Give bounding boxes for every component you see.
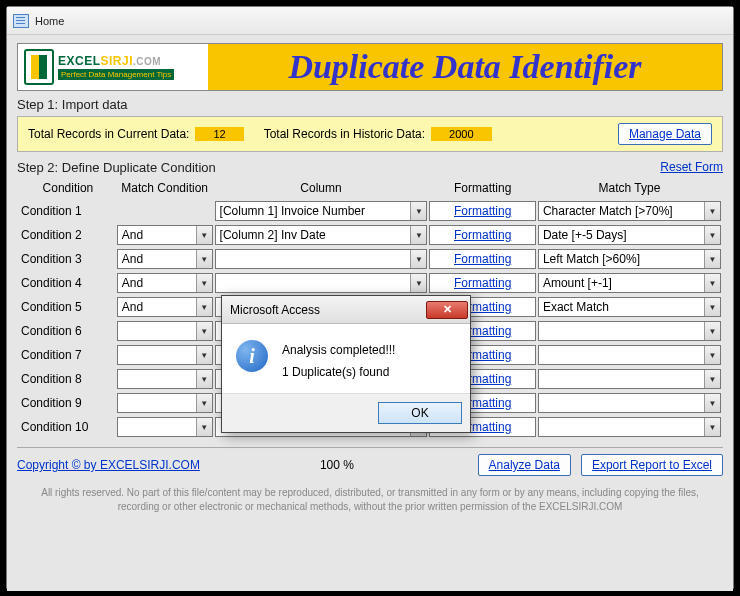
chevron-down-icon: ▼ (196, 418, 212, 436)
dialog-message: Analysis completed!!! 1 Duplicate(s) fou… (282, 340, 395, 383)
formatting-button[interactable]: Formatting (429, 201, 535, 221)
match-condition-dropdown[interactable]: And▼ (117, 225, 213, 245)
match-type-dropdown[interactable]: ▼ (538, 321, 721, 341)
message-dialog: Microsoft Access ✕ i Analysis completed!… (221, 295, 471, 433)
chevron-down-icon: ▼ (196, 226, 212, 244)
manage-data-button[interactable]: Manage Data (618, 123, 712, 145)
condition-name: Condition 1 (19, 201, 115, 221)
condition-name: Condition 7 (19, 345, 115, 365)
match-condition-dropdown[interactable]: And▼ (117, 297, 213, 317)
logo-text-sub: Perfect Data Management Tips (58, 69, 174, 80)
chevron-down-icon: ▼ (196, 274, 212, 292)
window-titlebar: Home (7, 7, 733, 35)
chevron-down-icon: ▼ (704, 346, 720, 364)
chevron-down-icon: ▼ (704, 298, 720, 316)
reset-form-link[interactable]: Reset Form (660, 160, 723, 175)
condition-name: Condition 5 (19, 297, 115, 317)
condition-name: Condition 6 (19, 321, 115, 341)
formatting-button[interactable]: Formatting (429, 273, 535, 293)
condition-name: Condition 9 (19, 393, 115, 413)
chevron-down-icon: ▼ (704, 202, 720, 220)
condition-name: Condition 3 (19, 249, 115, 269)
match-condition-dropdown[interactable]: And▼ (117, 273, 213, 293)
export-report-button[interactable]: Export Report to Excel (581, 454, 723, 476)
step1-label: Step 1: Import data (17, 97, 723, 112)
chevron-down-icon: ▼ (704, 274, 720, 292)
table-row: Condition 1[Column 1] Invoice Number▼For… (19, 201, 721, 221)
chevron-down-icon: ▼ (704, 370, 720, 388)
match-condition-dropdown[interactable]: ▼ (117, 393, 213, 413)
historic-records-value: 2000 (431, 127, 491, 141)
banner-title: Duplicate Data Identifier (208, 48, 722, 86)
chevron-down-icon: ▼ (704, 226, 720, 244)
dialog-titlebar: Microsoft Access ✕ (222, 296, 470, 324)
formatting-button[interactable]: Formatting (429, 225, 535, 245)
progress-label: 100 % (320, 458, 354, 472)
match-condition-dropdown[interactable]: And▼ (117, 249, 213, 269)
chevron-down-icon: ▼ (196, 394, 212, 412)
chevron-down-icon: ▼ (410, 250, 426, 268)
step2-label: Step 2: Define Duplicate Condition (17, 160, 216, 175)
header-match-type: Match Type (538, 181, 721, 197)
condition-name: Condition 10 (19, 417, 115, 437)
logo: EXCELSIRJI.COM Perfect Data Management T… (18, 44, 208, 90)
chevron-down-icon: ▼ (704, 250, 720, 268)
chevron-down-icon: ▼ (704, 418, 720, 436)
match-type-dropdown[interactable]: Left Match [>60%]▼ (538, 249, 721, 269)
copyright-link[interactable]: Copyright © by EXCELSIRJI.COM (17, 458, 200, 472)
condition-name: Condition 4 (19, 273, 115, 293)
condition-name: Condition 8 (19, 369, 115, 389)
current-records-value: 12 (195, 127, 243, 141)
banner: EXCELSIRJI.COM Perfect Data Management T… (17, 43, 723, 91)
match-condition-dropdown[interactable]: ▼ (117, 321, 213, 341)
form-icon (13, 14, 29, 28)
table-row: Condition 2And▼[Column 2] Inv Date▼Forma… (19, 225, 721, 245)
match-condition-dropdown[interactable]: ▼ (117, 417, 213, 437)
historic-records-label: Total Records in Historic Data: (264, 127, 425, 141)
condition-name: Condition 2 (19, 225, 115, 245)
window: Home EXCELSIRJI.COM Perfect Data Managem… (6, 6, 734, 590)
bottom-bar: Copyright © by EXCELSIRJI.COM 100 % Anal… (17, 447, 723, 476)
column-dropdown[interactable]: [Column 2] Inv Date▼ (215, 225, 428, 245)
header-column: Column (215, 181, 428, 197)
dialog-title: Microsoft Access (230, 303, 320, 317)
step1-box: Total Records in Current Data: 12 Total … (17, 116, 723, 152)
match-type-dropdown[interactable]: Character Match [>70%]▼ (538, 201, 721, 221)
chevron-down-icon: ▼ (196, 370, 212, 388)
logo-text-top: EXCELSIRJI.COM (58, 54, 174, 68)
column-dropdown[interactable]: ▼ (215, 273, 428, 293)
dialog-ok-button[interactable]: OK (378, 402, 462, 424)
footer-text: All rights reserved. No part of this fil… (17, 486, 723, 514)
header-condition: Condition (19, 181, 115, 197)
match-condition-dropdown[interactable]: ▼ (117, 369, 213, 389)
window-content: EXCELSIRJI.COM Perfect Data Management T… (7, 35, 733, 591)
header-formatting: Formatting (429, 181, 535, 197)
match-type-dropdown[interactable]: Amount [+-1]▼ (538, 273, 721, 293)
match-type-dropdown[interactable]: ▼ (538, 417, 721, 437)
match-type-dropdown[interactable]: ▼ (538, 345, 721, 365)
formatting-button[interactable]: Formatting (429, 249, 535, 269)
chevron-down-icon: ▼ (196, 250, 212, 268)
close-icon: ✕ (443, 303, 452, 316)
chevron-down-icon: ▼ (410, 202, 426, 220)
column-dropdown[interactable]: [Column 1] Invoice Number▼ (215, 201, 428, 221)
column-dropdown[interactable]: ▼ (215, 249, 428, 269)
chevron-down-icon: ▼ (410, 274, 426, 292)
chevron-down-icon: ▼ (704, 394, 720, 412)
chevron-down-icon: ▼ (196, 346, 212, 364)
table-row: Condition 4And▼▼FormattingAmount [+-1]▼ (19, 273, 721, 293)
match-condition-dropdown[interactable]: ▼ (117, 345, 213, 365)
match-type-dropdown[interactable]: Date [+-5 Days]▼ (538, 225, 721, 245)
header-match-condition: Match Condition (117, 181, 213, 197)
logo-icon (24, 49, 54, 85)
table-row: Condition 3And▼▼FormattingLeft Match [>6… (19, 249, 721, 269)
current-records-label: Total Records in Current Data: (28, 127, 189, 141)
match-type-dropdown[interactable]: Exact Match▼ (538, 297, 721, 317)
window-title: Home (35, 15, 64, 27)
chevron-down-icon: ▼ (704, 322, 720, 340)
dialog-close-button[interactable]: ✕ (426, 301, 468, 319)
analyze-data-button[interactable]: Analyze Data (478, 454, 571, 476)
info-icon: i (236, 340, 268, 372)
match-type-dropdown[interactable]: ▼ (538, 393, 721, 413)
match-type-dropdown[interactable]: ▼ (538, 369, 721, 389)
